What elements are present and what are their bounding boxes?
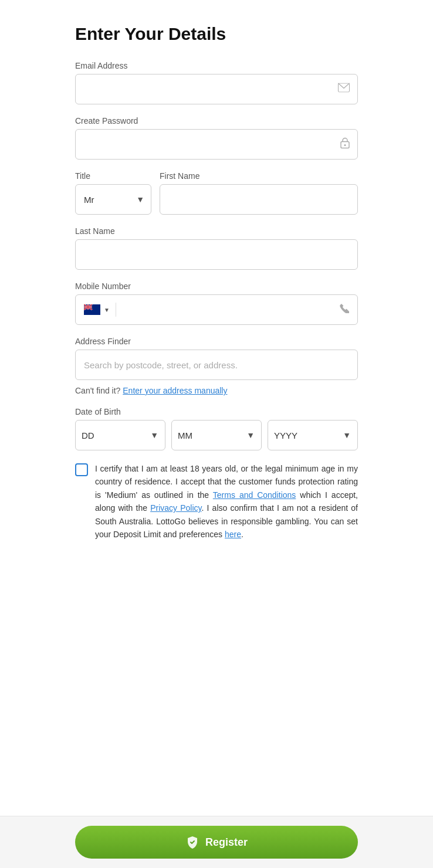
firstname-input[interactable]: [160, 184, 358, 215]
privacy-policy-link[interactable]: Privacy Policy: [150, 503, 201, 513]
lastname-field-group: Last Name: [75, 226, 358, 270]
dob-month-col: MM 12345 678910 1112 ▼: [171, 420, 262, 450]
address-finder-input[interactable]: [75, 350, 358, 380]
dob-day-select[interactable]: DD 12345 678910 1112131415 1617181920 21…: [75, 420, 165, 450]
email-field-group: Email Address: [75, 61, 358, 104]
mobile-field-group: Mobile Number: [75, 282, 358, 325]
password-input[interactable]: [75, 129, 358, 160]
firstname-col: First Name: [160, 171, 358, 215]
address-field-group: Address Finder Can't find it? Enter your…: [75, 337, 358, 395]
phone-country-arrow: ▼: [104, 307, 110, 313]
dob-label: Date of Birth: [75, 407, 358, 416]
phone-number-input[interactable]: [122, 305, 340, 315]
register-button-label: Register: [205, 836, 248, 849]
title-firstname-group: Title Mr Mrs Ms Miss Dr Prof ▼ First Nam…: [75, 171, 358, 215]
dob-year-col: YYYY 2005200420032002 2001200019991998 1…: [268, 420, 358, 450]
dob-year-select[interactable]: YYYY 2005200420032002 2001200019991998 1…: [268, 420, 358, 450]
dob-row: DD 12345 678910 1112131415 1617181920 21…: [75, 420, 358, 450]
terms-text: I certify that I am at least 18 years ol…: [95, 462, 358, 541]
enter-address-manually-link[interactable]: Enter your address manually: [123, 386, 227, 395]
phone-divider: [116, 303, 116, 317]
page-title: Enter Your Details: [75, 23, 358, 45]
lastname-input[interactable]: [75, 239, 358, 270]
email-input[interactable]: [75, 74, 358, 104]
cant-find-text: Can't find it? Enter your address manual…: [75, 386, 358, 395]
email-label: Email Address: [75, 61, 358, 70]
dob-field-group: Date of Birth DD 12345 678910 1112131415…: [75, 407, 358, 450]
dob-month-select[interactable]: MM 12345 678910 1112: [171, 420, 262, 450]
title-label: Title: [75, 171, 151, 181]
lastname-label: Last Name: [75, 226, 358, 236]
mobile-label: Mobile Number: [75, 282, 358, 291]
password-input-wrapper: [75, 129, 358, 160]
title-col: Title Mr Mrs Ms Miss Dr Prof ▼: [75, 171, 151, 215]
terms-checkbox-section: I certify that I am at least 18 years ol…: [75, 462, 358, 541]
address-label: Address Finder: [75, 337, 358, 346]
shield-icon: [185, 835, 199, 849]
title-select-wrapper: Mr Mrs Ms Miss Dr Prof ▼: [75, 184, 151, 215]
phone-input-wrapper: ▼: [75, 294, 358, 325]
phone-country-selector[interactable]: ▼: [84, 304, 110, 315]
terms-checkbox[interactable]: [75, 463, 88, 476]
password-label: Create Password: [75, 116, 358, 126]
bottom-bar: Register: [0, 816, 433, 868]
password-field-group: Create Password: [75, 116, 358, 160]
title-select[interactable]: Mr Mrs Ms Miss Dr Prof: [75, 184, 151, 215]
australia-flag-icon: [84, 304, 100, 315]
phone-icon: [340, 304, 349, 316]
here-link[interactable]: here: [225, 530, 241, 539]
register-button[interactable]: Register: [75, 826, 358, 859]
email-input-wrapper: [75, 74, 358, 104]
dob-day-col: DD 12345 678910 1112131415 1617181920 21…: [75, 420, 165, 450]
firstname-label: First Name: [160, 171, 358, 181]
terms-conditions-link[interactable]: Terms and Conditions: [213, 490, 296, 500]
